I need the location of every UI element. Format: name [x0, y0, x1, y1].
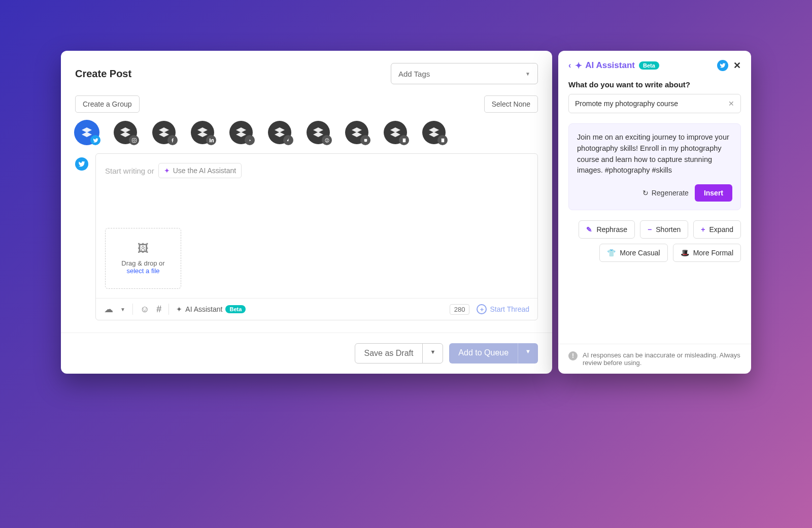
active-network-icon	[75, 157, 88, 171]
svg-rect-3	[402, 138, 405, 142]
ai-assistant-panel: ‹ ✦ AI Assistant Beta ✕ What do you want…	[558, 51, 751, 374]
shorten-icon: −	[648, 225, 652, 234]
add-to-queue-button[interactable]: Add to Queue ▼	[449, 343, 538, 364]
ai-result-card: Join me on an exciting journey to improv…	[568, 123, 741, 210]
beta-badge: Beta	[225, 305, 246, 313]
post-composer: Start writing or ✦ Use the AI Assistant …	[95, 153, 538, 320]
close-icon[interactable]: ✕	[733, 60, 741, 71]
chevron-down-icon: ▼	[525, 71, 530, 77]
character-count: 280	[450, 304, 470, 315]
twitter-badge-icon	[90, 135, 100, 145]
channel-pinterest[interactable]	[307, 121, 330, 144]
mastodon-badge-icon	[360, 135, 370, 145]
page-badge-icon	[399, 135, 409, 145]
add-tags-select[interactable]: Add Tags ▼	[391, 63, 538, 84]
facebook-badge-icon	[167, 135, 178, 145]
composer-placeholder[interactable]: Start writing or	[105, 167, 154, 175]
instagram-badge-icon	[129, 135, 139, 145]
chevron-down-icon[interactable]: ▼	[518, 343, 538, 364]
channel-picker	[61, 119, 552, 153]
back-chevron-icon[interactable]: ‹	[568, 61, 571, 70]
expand-icon: +	[701, 225, 705, 234]
channel-linkedin[interactable]	[191, 121, 214, 144]
page-title: Create Post	[75, 68, 131, 80]
expand-button[interactable]: + Expand	[693, 220, 741, 239]
prompt-question: What do you want to write about?	[568, 80, 741, 89]
svg-rect-4	[441, 138, 444, 142]
twitter-icon	[717, 60, 728, 71]
add-tags-placeholder: Add Tags	[398, 70, 430, 78]
wand-icon: ✦	[164, 167, 170, 175]
warning-icon: !	[568, 351, 578, 360]
channel-twitter[interactable]	[75, 121, 98, 144]
use-ai-assistant-chip[interactable]: ✦ Use the AI Assistant	[158, 163, 242, 178]
prompt-input[interactable]: Promote my photography course ✕	[568, 94, 741, 113]
rephrase-icon: ✎	[586, 225, 592, 234]
svg-rect-0	[132, 138, 136, 142]
channel-startpage-1[interactable]	[384, 121, 407, 144]
channel-mastodon[interactable]	[345, 121, 368, 144]
youtube-badge-icon	[245, 135, 255, 145]
media-dropzone[interactable]: 🖼 Drag & drop or select a file	[105, 228, 181, 289]
ai-result-text: Join me on an exciting journey to improv…	[577, 132, 732, 176]
regenerate-button[interactable]: ↻ Regenerate	[642, 189, 689, 197]
prompt-input-value: Promote my photography course	[575, 100, 678, 108]
svg-point-1	[133, 139, 135, 141]
cloud-icon[interactable]: ☁	[104, 304, 113, 315]
create-group-button[interactable]: Create a Group	[75, 95, 140, 113]
select-none-button[interactable]: Select None	[484, 95, 538, 113]
separator	[132, 304, 133, 315]
drag-drop-label: Drag & drop or	[121, 259, 164, 267]
plus-circle-icon: +	[477, 304, 487, 314]
image-icon: 🖼	[138, 242, 149, 255]
channel-tiktok[interactable]	[268, 121, 291, 144]
more-formal-button[interactable]: 🎩 More Formal	[673, 244, 741, 262]
start-thread-button[interactable]: + Start Thread	[477, 304, 529, 314]
cloud-dropdown-icon[interactable]: ▼	[120, 307, 125, 312]
wand-icon: ✦	[575, 60, 582, 71]
page-badge-icon	[437, 135, 448, 145]
channel-startpage-2[interactable]	[422, 121, 446, 144]
channel-facebook[interactable]	[152, 121, 176, 144]
rephrase-button[interactable]: ✎ Rephrase	[579, 220, 635, 239]
ai-assistant-button[interactable]: ✦ AI Assistant Beta	[176, 305, 246, 313]
clear-input-icon[interactable]: ✕	[728, 100, 734, 108]
channel-youtube[interactable]	[229, 121, 253, 144]
emoji-icon[interactable]: ☺	[140, 304, 149, 315]
linkedin-badge-icon	[206, 135, 216, 145]
pinterest-badge-icon	[322, 135, 332, 145]
hashtag-icon[interactable]: #	[156, 304, 161, 315]
refresh-icon: ↻	[642, 189, 649, 197]
shorten-button[interactable]: − Shorten	[640, 220, 688, 239]
beta-badge: Beta	[639, 61, 659, 70]
tiktok-badge-icon	[283, 135, 293, 145]
save-draft-button[interactable]: Save as Draft ▼	[355, 343, 444, 364]
ai-disclaimer: AI responses can be inaccurate or mislea…	[583, 351, 741, 367]
more-casual-button[interactable]: 👕 More Casual	[599, 244, 667, 262]
select-file-link[interactable]: select a file	[126, 267, 159, 275]
create-post-panel: Create Post Add Tags ▼ Create a Group Se…	[61, 51, 552, 374]
separator	[168, 304, 169, 315]
formal-icon: 🎩	[681, 249, 689, 257]
wand-icon: ✦	[176, 305, 182, 313]
insert-button[interactable]: Insert	[695, 184, 732, 202]
casual-icon: 👕	[607, 249, 616, 257]
chevron-down-icon[interactable]: ▼	[422, 344, 443, 363]
channel-instagram[interactable]	[114, 121, 137, 144]
ai-assistant-title: ✦ AI Assistant	[575, 60, 635, 71]
